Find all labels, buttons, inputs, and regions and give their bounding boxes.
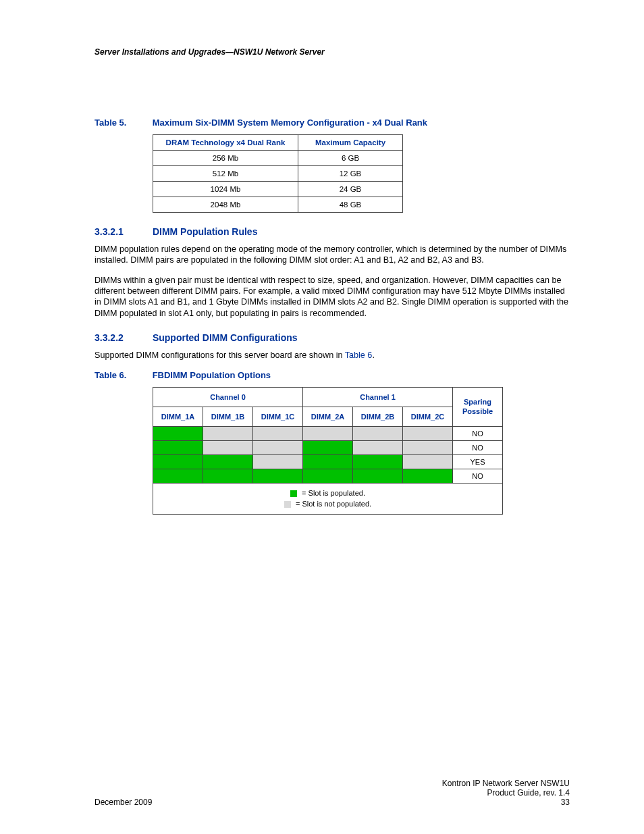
heading-number: 3.3.2.1 <box>95 226 150 237</box>
paragraph: DIMM population rules depend on the oper… <box>95 244 570 265</box>
slot-cell <box>353 440 403 454</box>
slot-cell <box>253 454 303 469</box>
slot-cell <box>203 454 253 469</box>
table-row: NO <box>153 469 503 483</box>
cell-cap: 48 GB <box>298 197 403 213</box>
table-row: NO <box>153 440 503 454</box>
slot-cell <box>353 426 403 440</box>
table6-caption-label: Table 6. <box>95 370 150 380</box>
sparing-cell: NO <box>453 469 503 483</box>
swatch-not-populated-icon <box>284 501 291 508</box>
table6-head-channel0: Channel 0 <box>153 387 303 407</box>
slot-cell <box>153 454 203 469</box>
heading-3322: 3.3.2.2 Supported DIMM Configurations <box>95 332 570 343</box>
paragraph: Supported DIMM configurations for this s… <box>95 350 570 361</box>
running-header: Server Installations and Upgrades—NSW1U … <box>95 47 570 57</box>
slot-cell <box>203 426 253 440</box>
col-dimm-2b: DIMM_2B <box>353 407 403 426</box>
swatch-populated-icon <box>290 490 297 497</box>
slot-cell <box>253 469 303 483</box>
table5-head-cap: Maximum Capacity <box>298 135 403 151</box>
legend-not-populated: = Slot is not populated. <box>296 500 371 508</box>
heading-title: DIMM Population Rules <box>153 226 258 237</box>
table-row: NO <box>153 426 503 440</box>
heading-title: Supported DIMM Configurations <box>153 332 298 343</box>
table5-caption-label: Table 5. <box>95 118 150 128</box>
paragraph: DIMMs within a given pair must be identi… <box>95 275 570 318</box>
heading-3321: 3.3.2.1 DIMM Population Rules <box>95 226 570 237</box>
col-dimm-1b: DIMM_1B <box>203 407 253 426</box>
table5-head-tech: DRAM Technology x4 Dual Rank <box>153 135 298 151</box>
slot-cell <box>253 426 303 440</box>
slot-cell <box>403 469 453 483</box>
legend-populated: = Slot is populated. <box>302 489 365 497</box>
table-row: 256 Mb 6 GB <box>153 151 403 166</box>
sparing-top: Sparing <box>464 398 491 406</box>
table6: Channel 0 Channel 1 Sparing Possible DIM… <box>153 387 503 515</box>
footer-product: Kontron IP Network Server NSW1U <box>442 779 570 788</box>
slot-cell <box>403 454 453 469</box>
slot-cell <box>303 440 353 454</box>
table-row: YES <box>153 454 503 469</box>
slot-cell <box>303 454 353 469</box>
cell-tech: 256 Mb <box>153 151 298 166</box>
slot-cell <box>353 454 403 469</box>
slot-cell <box>303 469 353 483</box>
cell-tech: 2048 Mb <box>153 197 298 213</box>
slot-cell <box>203 469 253 483</box>
table5-caption: Table 5. Maximum Six-DIMM System Memory … <box>95 118 570 128</box>
slot-cell <box>153 426 203 440</box>
table6-caption: Table 6. FBDIMM Population Options <box>95 370 570 380</box>
table6-caption-title: FBDIMM Population Options <box>153 370 271 380</box>
sparing-cell: NO <box>453 426 503 440</box>
table6-link[interactable]: Table 6 <box>345 350 373 360</box>
table5: DRAM Technology x4 Dual Rank Maximum Cap… <box>153 134 403 213</box>
table-row: 1024 Mb 24 GB <box>153 182 403 197</box>
text: . <box>372 350 375 360</box>
col-dimm-2c: DIMM_2C <box>403 407 453 426</box>
cell-cap: 24 GB <box>298 182 403 197</box>
col-dimm-2a: DIMM_2A <box>303 407 353 426</box>
slot-cell <box>303 426 353 440</box>
table6-head-channel1: Channel 1 <box>303 387 453 407</box>
slot-cell <box>203 440 253 454</box>
table6-head-sparing: Sparing Possible <box>453 387 503 426</box>
slot-cell <box>253 440 303 454</box>
cell-tech: 512 Mb <box>153 166 298 182</box>
text: Supported DIMM configurations for this s… <box>95 350 345 360</box>
slot-cell <box>153 440 203 454</box>
table6-legend: = Slot is populated. = Slot is not popul… <box>153 483 503 514</box>
table-row: 2048 Mb 48 GB <box>153 197 403 213</box>
cell-cap: 6 GB <box>298 151 403 166</box>
sparing-cell: YES <box>453 454 503 469</box>
slot-cell <box>353 469 403 483</box>
cell-tech: 1024 Mb <box>153 182 298 197</box>
col-dimm-1c: DIMM_1C <box>253 407 303 426</box>
slot-cell <box>403 426 453 440</box>
slot-cell <box>403 440 453 454</box>
col-dimm-1a: DIMM_1A <box>153 407 203 426</box>
footer-guide: Product Guide, rev. 1.4 <box>442 788 570 798</box>
cell-cap: 12 GB <box>298 166 403 182</box>
table5-caption-title: Maximum Six-DIMM System Memory Configura… <box>153 118 427 128</box>
sparing-bot: Possible <box>462 407 493 415</box>
table-row: 512 Mb 12 GB <box>153 166 403 182</box>
slot-cell <box>153 469 203 483</box>
heading-number: 3.3.2.2 <box>95 332 150 343</box>
sparing-cell: NO <box>453 440 503 454</box>
footer-page: 33 <box>442 798 570 807</box>
page-footer: December 2009 Kontron IP Network Server … <box>95 779 570 807</box>
footer-date: December 2009 <box>95 798 152 807</box>
